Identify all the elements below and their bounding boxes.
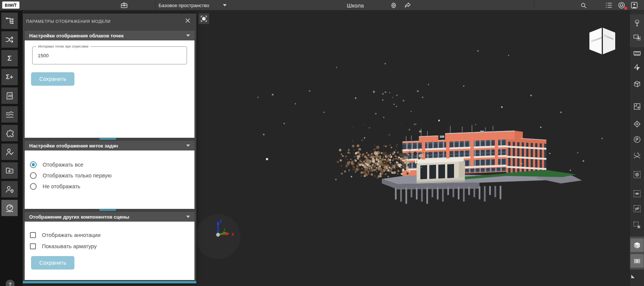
right-toolbar: 1 2: [629, 10, 644, 286]
save-point-cloud-button[interactable]: Сохранить: [31, 72, 74, 86]
fit-to-view-button[interactable]: [198, 13, 209, 24]
checkbox-show-rebar[interactable]: Показывать арматуру: [30, 242, 97, 251]
field-staff-button[interactable]: [1, 181, 18, 198]
workspace-selector-label: Базовое пространство: [159, 3, 209, 8]
radio-checked-icon: [30, 161, 37, 168]
dashboard-button[interactable]: [1, 200, 18, 216]
radio-show-none[interactable]: Не отображать: [30, 182, 80, 191]
gauge-icon: [5, 203, 15, 213]
section-title: Отображение других компонентов сцены: [29, 214, 186, 220]
left-toolbar: Σ Σ+ 2D: [0, 10, 22, 286]
task-marks-button[interactable]: [631, 133, 644, 146]
orbit-mode-button[interactable]: [631, 254, 644, 268]
chevron-down-icon: [186, 34, 190, 37]
approvals-button[interactable]: [1, 143, 18, 160]
axis-x-label: X: [231, 232, 234, 237]
radio-icon: [30, 172, 37, 179]
drawings-2d-button[interactable]: 2D: [1, 87, 18, 104]
project-settings-button[interactable]: [388, 0, 399, 10]
axis-y-label: Y: [224, 228, 226, 231]
radio-label: Отображать только первую: [43, 173, 111, 179]
clear-selection-button[interactable]: [631, 218, 644, 232]
other-components-section-header[interactable]: Отображение других компонентов сцены: [25, 212, 194, 222]
task-marks-section-body: Отображать все Отображать только первую …: [25, 150, 194, 209]
focus-hexagon-icon: [200, 15, 208, 23]
axes-grid-button[interactable]: 1 2: [631, 149, 644, 163]
measure-button[interactable]: [631, 46, 644, 60]
select-model-region-button[interactable]: [631, 31, 644, 44]
workspace-selector[interactable]: Базовое пространство: [159, 0, 227, 10]
environment-button[interactable]: [631, 16, 644, 30]
other-components-section: Отображение других компонентов сцены Ото…: [25, 212, 194, 280]
clash-icon: [633, 63, 641, 72]
hide-selection-button[interactable]: [631, 202, 644, 215]
briefcase-icon: [120, 1, 128, 9]
relations-button[interactable]: [1, 31, 18, 48]
checkbox-show-annotations[interactable]: Отображать аннотации: [30, 231, 101, 240]
solid-cube-icon: [633, 241, 641, 250]
radio-label: Не отображать: [43, 183, 80, 189]
radio-show-first-only[interactable]: Отображать только первую: [30, 171, 111, 180]
section-title: Настройки отображения меток задач: [29, 143, 186, 149]
save-other-components-button[interactable]: Сохранить: [31, 256, 74, 270]
sigma-icon: Σ: [7, 55, 12, 62]
app-window: Спереди Справа Z X Y BIMIT Базовое прост…: [0, 0, 644, 286]
checkbox-label: Показывать арматуру: [42, 243, 97, 249]
locate-button[interactable]: [631, 117, 644, 131]
chevron-down-icon: [186, 216, 190, 218]
help-button[interactable]: ?: [6, 280, 15, 286]
toolbar-resize-grip[interactable]: [631, 275, 635, 278]
flag-icon: [633, 135, 641, 144]
user-location-icon: [5, 185, 15, 194]
eye-icon: [633, 189, 641, 198]
section-resize-handle[interactable]: [99, 209, 116, 211]
section-resize-handle[interactable]: [99, 138, 116, 140]
point-cloud-section-body: Интервал точек при отрисовке Сохранить: [25, 40, 194, 138]
section-title: Настройки отображения облаков точек: [29, 33, 186, 39]
menu-list-button[interactable]: [604, 0, 614, 10]
tree-icon: [633, 19, 641, 27]
isolate-selection-button[interactable]: [631, 168, 644, 181]
radio-show-all[interactable]: Отображать все: [30, 160, 83, 169]
task-marks-section-header[interactable]: Настройки отображения меток задач: [25, 141, 194, 150]
point-cloud-section: Настройки отображения облаков точек Инте…: [25, 31, 194, 138]
clear-selection-icon: [633, 221, 641, 229]
charts-button[interactable]: [1, 106, 18, 123]
section-box-button[interactable]: [631, 77, 644, 91]
checkbox-icon: [30, 232, 36, 238]
topbar-divider: [155, 0, 156, 10]
gear-icon: [390, 1, 398, 9]
import-button[interactable]: [1, 162, 18, 179]
account-button[interactable]: [629, 0, 640, 10]
topbar-divider-right: [534, 0, 534, 10]
ruler-icon: [633, 49, 641, 57]
select-region-icon: [633, 33, 641, 42]
plugins-button[interactable]: [1, 125, 18, 142]
puzzle-icon: [5, 128, 15, 138]
panel-resize-bar[interactable]: [23, 281, 196, 283]
point-cloud-section-header[interactable]: Настройки отображения облаков точек: [25, 31, 194, 40]
user-icon: [630, 1, 638, 9]
close-icon: [184, 17, 191, 24]
totals-button[interactable]: Σ: [1, 50, 18, 67]
axis-gizmo[interactable]: Z X Y: [196, 214, 240, 259]
show-selection-button[interactable]: [631, 187, 644, 200]
floorplans-button[interactable]: [631, 100, 644, 113]
radio-icon: [30, 183, 37, 190]
add-totals-button[interactable]: Σ+: [1, 69, 18, 85]
shaded-view-button[interactable]: [631, 238, 644, 252]
interval-field[interactable]: Интервал точек при отрисовке: [32, 46, 187, 64]
panel-close-button[interactable]: [183, 16, 193, 25]
selection-cube-icon: [633, 170, 641, 179]
projects-briefcase-button[interactable]: [119, 0, 129, 10]
search-icon: [580, 1, 588, 9]
clash-detection-button[interactable]: [631, 61, 644, 74]
search-button[interactable]: [578, 0, 589, 10]
sigma-plus-icon: Σ+: [6, 74, 13, 80]
share-button[interactable]: [402, 0, 413, 10]
notifications-button[interactable]: [616, 0, 627, 10]
model-structure-button[interactable]: [1, 12, 18, 29]
interval-input[interactable]: [33, 47, 187, 64]
task-marks-section: Настройки отображения меток задач Отобра…: [25, 141, 194, 209]
other-components-section-body: Отображать аннотации Показывать арматуру…: [25, 222, 194, 280]
